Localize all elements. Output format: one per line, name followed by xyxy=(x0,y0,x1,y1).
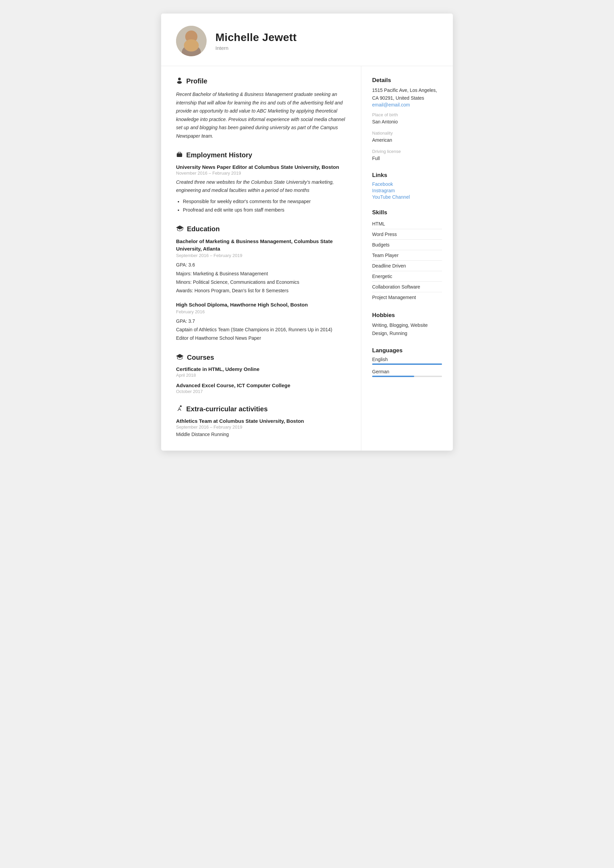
profile-text: Recent Bachelor of Marketing & Business … xyxy=(176,90,346,140)
employment-section-label: Employment History xyxy=(186,151,252,159)
education-section-header: Education xyxy=(176,225,346,233)
hobbies-text: Writing, Blogging, Website Design, Runni… xyxy=(372,321,442,338)
edu-detail-line: Captain of Athletics Team (State Champio… xyxy=(176,326,346,334)
language-item-0: English xyxy=(372,357,442,365)
avatar xyxy=(176,26,207,56)
edu-details-1: GPA: 3.7 Captain of Athletics Team (Stat… xyxy=(176,317,346,343)
job-bullets-list: Responsible for weekly editor's comments… xyxy=(176,197,346,214)
edu-details-0: GPA: 3.6 Majors: Marketing & Business Ma… xyxy=(176,261,346,295)
svg-point-4 xyxy=(178,78,181,81)
course-entry-1: Advanced Excel Course, ICT Computer Coll… xyxy=(176,383,346,394)
edu-detail-line: Minors: Political Science, Communication… xyxy=(176,278,346,287)
links-section-label: Links xyxy=(372,172,442,179)
extracurricular-icon xyxy=(176,405,183,413)
language-bar-fill-1 xyxy=(372,376,414,377)
nationality-label: Nationality xyxy=(372,130,442,136)
course-date-1: October 2017 xyxy=(176,389,346,394)
profile-section-label: Profile xyxy=(186,77,207,85)
language-bar-bg-1 xyxy=(372,376,442,377)
details-section-label: Details xyxy=(372,77,442,84)
link-facebook[interactable]: Facebook xyxy=(372,181,442,187)
language-bar-bg-0 xyxy=(372,363,442,365)
skill-0: HTML xyxy=(372,219,442,229)
employment-section-header: Employment History xyxy=(176,151,346,160)
skill-5: Energetic xyxy=(372,271,442,282)
job-dates: November 2016 – February 2019 xyxy=(176,170,346,176)
svg-point-5 xyxy=(177,81,182,84)
employment-icon xyxy=(176,151,183,160)
svg-point-11 xyxy=(180,405,182,407)
activity-desc-0: Middle Distance Running xyxy=(176,432,346,437)
main-layout: Profile Recent Bachelor of Marketing & B… xyxy=(161,66,453,451)
job-description: Created three new websites for the Colum… xyxy=(176,178,346,195)
skill-3: Team Player xyxy=(372,250,442,261)
place-of-birth-label: Place of birth xyxy=(372,112,442,117)
bullet-item: Proofread and edit write ups from staff … xyxy=(183,206,346,214)
resume-header: Michelle Jewett Intern xyxy=(161,14,453,66)
edu-entry-1: High School Diploma, Hawthorne High Scho… xyxy=(176,301,346,343)
language-bar-fill-0 xyxy=(372,363,442,365)
right-column: Details 1515 Pacific Ave, Los Angeles, C… xyxy=(361,66,453,451)
course-entry-0: Certificate in HTML, Udemy Online April … xyxy=(176,366,346,378)
edu-detail-line: Majors: Marketing & Business Management xyxy=(176,270,346,278)
nationality-value: American xyxy=(372,136,442,144)
course-date-0: April 2018 xyxy=(176,373,346,378)
course-title-1: Advanced Excel Course, ICT Computer Coll… xyxy=(176,383,346,388)
skill-6: Collaboration Software xyxy=(372,282,442,292)
extracurricular-section-label: Extra-curricular activities xyxy=(186,405,267,413)
place-of-birth-value: San Antonio xyxy=(372,118,442,126)
svg-point-3 xyxy=(184,39,199,51)
skill-2: Budgets xyxy=(372,240,442,250)
extracurricular-section-header: Extra-curricular activities xyxy=(176,405,346,413)
candidate-title: Intern xyxy=(215,45,438,51)
courses-section-header: Courses xyxy=(176,353,346,361)
courses-section-label: Courses xyxy=(187,353,214,361)
language-name-0: English xyxy=(372,357,442,362)
details-email[interactable]: email@email.com xyxy=(372,102,442,107)
edu-detail-line: Editor of Hawthorne School News Paper xyxy=(176,334,346,343)
bullet-item: Responsible for weekly editor's comments… xyxy=(183,197,346,206)
edu-degree-0: Bachelor of Marketing & Business Managem… xyxy=(176,238,346,253)
skill-1: Word Press xyxy=(372,229,442,240)
resume-document: Michelle Jewett Intern Profile Recent Ba… xyxy=(161,14,453,451)
skills-section-label: Skills xyxy=(372,209,442,216)
profile-icon xyxy=(176,77,183,85)
edu-degree-1: High School Diploma, Hawthorne High Scho… xyxy=(176,301,346,308)
svg-rect-7 xyxy=(178,152,181,153)
course-title-0: Certificate in HTML, Udemy Online xyxy=(176,366,346,372)
edu-dates-1: February 2016 xyxy=(176,309,346,314)
edu-detail-line: GPA: 3.7 xyxy=(176,317,346,326)
activity-entry-0: Athletics Team at Columbus State Univers… xyxy=(176,418,346,437)
job-title: University News Paper Editor at Columbus… xyxy=(176,164,346,170)
driving-license-value: Full xyxy=(372,155,442,163)
left-column: Profile Recent Bachelor of Marketing & B… xyxy=(161,66,361,451)
courses-icon xyxy=(176,353,183,361)
link-instagram[interactable]: Instragram xyxy=(372,188,442,193)
header-info: Michelle Jewett Intern xyxy=(215,31,438,51)
education-section-label: Education xyxy=(187,225,220,233)
edu-detail-line: GPA: 3.6 xyxy=(176,261,346,269)
candidate-name: Michelle Jewett xyxy=(215,31,438,44)
skill-7: Project Management xyxy=(372,292,442,302)
details-address: 1515 Pacific Ave, Los Angeles, CA 90291,… xyxy=(372,87,442,102)
activity-title-0: Athletics Team at Columbus State Univers… xyxy=(176,418,346,424)
education-icon xyxy=(176,225,183,233)
skills-list: HTML Word Press Budgets Team Player Dead… xyxy=(372,219,442,302)
skill-4: Deadline Driven xyxy=(372,261,442,271)
language-name-1: German xyxy=(372,369,442,374)
languages-section-label: Languages xyxy=(372,347,442,354)
hobbies-section-label: Hobbies xyxy=(372,312,442,319)
driving-license-label: Driving license xyxy=(372,149,442,154)
activity-dates-0: September 2016 – February 2019 xyxy=(176,425,346,429)
edu-entry-0: Bachelor of Marketing & Business Managem… xyxy=(176,238,346,295)
edu-dates-0: September 2016 – February 2019 xyxy=(176,253,346,258)
edu-detail-line: Awards: Honors Program, Dean's list for … xyxy=(176,287,346,295)
link-youtube[interactable]: YouTube Channel xyxy=(372,194,442,200)
job-entry: University News Paper Editor at Columbus… xyxy=(176,164,346,214)
language-item-1: German xyxy=(372,369,442,377)
profile-section-header: Profile xyxy=(176,77,346,85)
